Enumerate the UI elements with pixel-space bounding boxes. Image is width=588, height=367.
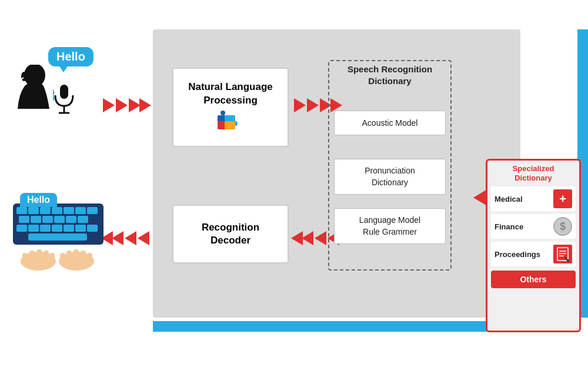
svg-rect-61 (60, 253, 65, 265)
svg-marker-5 (103, 98, 115, 112)
svg-rect-65 (87, 253, 92, 263)
srd-item-language-model: Language Model Rule Grammer (334, 208, 446, 244)
svg-rect-37 (64, 207, 74, 214)
svg-rect-2 (60, 85, 68, 99)
svg-rect-44 (66, 216, 76, 223)
specialized-dict-box: Specialized Dictionary Medical + Finance… (486, 159, 581, 332)
svg-point-1 (21, 72, 27, 81)
svg-rect-59 (44, 251, 49, 262)
person-silhouette-icon (13, 65, 57, 124)
svg-point-31 (567, 259, 569, 262)
svg-rect-26 (225, 121, 235, 129)
svg-rect-64 (81, 251, 86, 262)
others-button[interactable]: Others (491, 271, 576, 288)
decoder-title: Recognition Decoder (202, 221, 259, 247)
microphone-icon (53, 82, 75, 116)
nlp-box: Natural Language Processing (172, 68, 289, 147)
svg-rect-62 (66, 251, 72, 263)
keyboard-icon (12, 202, 105, 273)
spec-item-finance: Finance $ (491, 214, 576, 239)
svg-rect-34 (28, 207, 39, 214)
speech-bubble: Hello (48, 47, 93, 66)
svg-rect-57 (29, 251, 35, 263)
spec-item-proceedings: Proceedings (491, 242, 576, 266)
spec-item-medical: Medical + (491, 186, 576, 211)
srd-item-pronunciation: Pronunciation Dictionary (334, 159, 446, 195)
svg-rect-45 (78, 216, 88, 223)
keyboard-area: Hello (12, 193, 112, 278)
svg-rect-53 (28, 233, 87, 241)
svg-rect-49 (52, 225, 62, 232)
svg-rect-52 (87, 225, 98, 232)
svg-rect-58 (36, 249, 42, 262)
srd-title: Speech Recognition Dictionary (328, 64, 452, 86)
svg-rect-40 (19, 216, 29, 223)
svg-rect-56 (22, 253, 28, 265)
svg-marker-7 (129, 98, 141, 112)
medical-icon: + (553, 189, 572, 208)
svg-rect-50 (64, 225, 74, 232)
svg-rect-33 (16, 207, 27, 214)
svg-rect-35 (40, 207, 51, 214)
svg-marker-20 (291, 231, 303, 245)
specialized-dict-title: Specialized Dictionary (513, 164, 554, 182)
blue-bar-bottom (153, 321, 530, 332)
svg-point-22 (220, 111, 225, 115)
svg-marker-19 (302, 231, 313, 245)
nlp-title: Natural Language Processing (188, 81, 273, 106)
finance-icon: $ (553, 217, 572, 236)
svg-marker-18 (315, 231, 326, 245)
svg-rect-47 (28, 225, 39, 232)
svg-rect-39 (87, 207, 98, 214)
svg-rect-51 (75, 225, 86, 232)
puzzle-icon (216, 111, 245, 134)
svg-rect-38 (75, 207, 86, 214)
svg-marker-9 (294, 98, 306, 112)
proceedings-icon (553, 245, 572, 263)
svg-marker-6 (116, 98, 128, 112)
svg-rect-46 (16, 225, 27, 232)
keyboard-hello-label: Hello (20, 193, 57, 207)
srd-item-acoustic: Acoustic Model (334, 111, 446, 135)
arrows-right-1 (103, 95, 151, 115)
svg-rect-48 (40, 225, 51, 232)
svg-marker-13 (138, 231, 149, 245)
svg-marker-15 (112, 231, 123, 245)
svg-marker-14 (125, 231, 136, 245)
svg-marker-10 (307, 98, 319, 112)
svg-rect-63 (74, 249, 79, 262)
svg-rect-41 (31, 216, 41, 223)
svg-rect-43 (54, 216, 65, 223)
svg-marker-8 (139, 98, 151, 112)
svg-rect-36 (52, 207, 62, 214)
svg-rect-42 (42, 216, 53, 223)
decoder-box: Recognition Decoder (172, 205, 289, 263)
svg-rect-60 (49, 253, 55, 263)
